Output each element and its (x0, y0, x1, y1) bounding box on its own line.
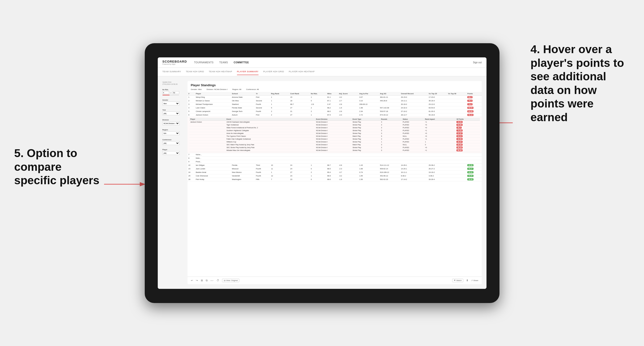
gender-filter-display: Gender: Men (191, 88, 202, 90)
conference-filter: Conference (All) (162, 139, 184, 145)
division-label: Division (162, 119, 184, 121)
table-row-jackson: 6 Jackson Kolson Auburn First 2 27 1 87.… (188, 113, 482, 117)
table-row: 25 Cole Sherwood Vanderbilt Fourth 12 23… (188, 174, 482, 177)
col-vs-top50: Vs Top 50 (447, 92, 466, 96)
expanded-row-item: Wake Forest Invitational at Pinehurst No… (190, 126, 480, 129)
player-select[interactable]: (All) (162, 151, 180, 155)
col-points: Points (466, 92, 482, 96)
sign-out-link[interactable]: Sign out (473, 61, 482, 64)
year-select[interactable]: (All) First Second Third Fourth Fifth (162, 112, 180, 115)
expanded-row-item: SEC Match Play hosted by Jerry Pate NCAA… (190, 143, 480, 146)
col-avg-to-par: Avg to-Par (358, 92, 379, 96)
expanded-row-item: Tiger Invitational NCAA Division I Strok… (190, 123, 480, 126)
standings-table: # Player School Yr Reg Rank Conf Rank No… (188, 92, 482, 181)
region-filter-display: Region: All (232, 88, 241, 90)
region-filter: Region N/A All (162, 129, 184, 135)
view-button[interactable]: 🗂 View: Original (222, 279, 239, 282)
nav-teams[interactable]: TEAMS (219, 60, 228, 65)
tablet-device: SCOREBOARD Powered by clippi TOURNAMENTS… (145, 43, 500, 303)
table-row: 23 Jack Lundin Missouri Fourth 11 24 0 8… (188, 167, 482, 171)
logo-sub: Powered by clippi (162, 63, 187, 65)
table-row: 24 Bastien Amat New Mexico Fourth 1 27 2… (188, 171, 482, 174)
expanded-row-item: Amer An Intercollegiate NCAA Division I … (190, 132, 480, 135)
expanded-row-item: SEC Stroke Play hosted by Jerry Pate NCA… (190, 146, 480, 149)
expanded-row-item: Williams Cup NCAA Division I Stroke Play… (190, 140, 480, 143)
table-header-row: # Player School Yr Reg Rank Conf Rank No… (188, 92, 482, 96)
col-vs-top25: Vs Top 25 (428, 92, 447, 96)
watch-button[interactable]: 👁 Watch (452, 279, 463, 282)
table-row: 5 Christo Lamprecht Georgia Tech Fourth … (188, 110, 482, 113)
table-filter-row: Gender: Men Division: NCAA Division I Re… (188, 88, 482, 92)
table-row: 1 Wenyi Ding Arizona State First 1 15 1 … (188, 95, 482, 99)
nav-bar: SCOREBOARD Powered by clippi TOURNAMENTS… (158, 57, 486, 68)
col-school: School (231, 92, 255, 96)
dash-icon[interactable]: —· (210, 279, 214, 282)
sub-nav-player-h2h-heatmap[interactable]: PLAYER H2H HEATMAP (289, 68, 315, 75)
table-area: Player Standings Gender: Men Division: N… (188, 81, 482, 284)
conference-filter-display: Conference: All (246, 88, 259, 90)
copy-icon[interactable]: ⧉ (206, 279, 208, 282)
player-filter: Player (All) (162, 149, 184, 155)
region-select[interactable]: N/A All (162, 131, 180, 135)
nav-links: TOURNAMENTS TEAMS COMMITTEE (194, 60, 473, 65)
tablet-screen: SCOREBOARD Powered by clippi TOURNAMENTS… (158, 57, 486, 289)
no-rds-section: No Rds. — (162, 89, 184, 95)
nav-committee[interactable]: COMMITTEE (234, 60, 249, 65)
conference-select[interactable]: (All) (162, 141, 180, 145)
col-player: Player (195, 92, 231, 96)
col-rank: # (188, 92, 195, 96)
division-filter-display: Division: NCAA Division I (206, 88, 228, 90)
download-icon[interactable]: ⬇ (466, 279, 468, 282)
share-button[interactable]: ↗ Share (471, 279, 478, 282)
no-rds-min-input[interactable] (162, 91, 169, 94)
gender-select[interactable]: Men Women All (162, 102, 180, 105)
no-rds-label: No Rds. (162, 89, 184, 90)
expanded-header-row: Player Event Event Division Event Type R… (188, 117, 482, 153)
division-select[interactable]: NCAA Division I ▼ (162, 121, 180, 125)
no-rds-inputs: — (162, 91, 184, 94)
col-overall: Overall Record (400, 92, 428, 96)
sub-nav-player-h2h-grid[interactable]: PLAYER H2H GRID (263, 68, 284, 75)
logo-area: SCOREBOARD Powered by clippi (162, 60, 187, 65)
col-conf-rank: Conf Rank (289, 92, 310, 96)
year-filter: Year (All) First Second Third Fourth Fif… (162, 109, 184, 115)
grid-icon[interactable]: ⊞ (201, 279, 203, 282)
table-title: Player Standings (188, 81, 482, 88)
main-content: Update time: 27/01/2024 16:56:26 No Rds.… (158, 76, 486, 289)
sub-nav-player-summary[interactable]: PLAYER SUMMARY (237, 68, 258, 75)
expanded-row-item: Mitrabel Maui Jim Intercollegiate NCAA D… (190, 149, 480, 152)
undo-icon[interactable]: ↩ (191, 279, 193, 282)
table-row: 7 Niche... (188, 153, 482, 156)
sub-nav-team-summary[interactable]: TEAM SUMMARY (162, 68, 181, 75)
redo-icon[interactable]: ↪ (196, 279, 198, 282)
expanded-row-item: Jackson Kolson UNCW Seahawk Intercollegi… (190, 120, 480, 123)
update-time: Update time: 27/01/2024 16:56:26 (162, 81, 184, 86)
player-label: Player (162, 149, 184, 151)
nav-tournaments[interactable]: TOURNAMENTS (194, 60, 214, 65)
table-row: 8 Mats... (188, 156, 482, 160)
region-label: Region (162, 129, 184, 131)
table-row: 9 Prest... (188, 160, 482, 164)
expanded-row-item: The Cypress Point Classic NCAA Division … (190, 135, 480, 138)
sub-nav-team-h2h-heatmap[interactable]: TEAM H2H HEATMAP (209, 68, 232, 75)
table-row: 26 Petr Hruby Washington Fifth 7 23 0 68… (188, 177, 482, 181)
col-reg-rank: Reg Rank (270, 92, 289, 96)
expanded-row-item: Southern Highlands Collegiate NCAA Divis… (190, 129, 480, 132)
player-table: # Player School Yr Reg Rank Conf Rank No… (188, 92, 482, 277)
annotation-5: 5. Option to compare specific players (14, 147, 104, 187)
bottom-bar: ↩ ↪ ⊞ ⧉ —· ⏱ 🗂 View: Original 👁 Watch ⬇ … (188, 277, 482, 284)
logo-text: SCOREBOARD (162, 60, 187, 63)
sub-nav: TEAM SUMMARY TEAM H2H GRID TEAM H2H HEAT… (158, 68, 486, 76)
no-rds-max-input[interactable] (173, 91, 179, 94)
col-adj-score: Adj. Score (338, 92, 358, 96)
col-wins: Wins (326, 92, 338, 96)
table-row: 3 Michael Thorbjornsen Stanford Fourth 1… (188, 103, 482, 106)
sub-nav-team-h2h-grid[interactable]: TEAM H2H GRID (186, 68, 204, 75)
col-avg-sg: Avg SG (379, 92, 400, 96)
sidebar: Update time: 27/01/2024 16:56:26 No Rds.… (162, 81, 184, 284)
division-filter: Division NCAA Division I ▼ (162, 119, 184, 125)
no-rds-slider[interactable] (162, 95, 179, 95)
conference-label: Conference (162, 139, 184, 141)
clock-icon[interactable]: ⏱ (217, 279, 219, 282)
gender-filter: Gender Men Women All (162, 99, 184, 105)
